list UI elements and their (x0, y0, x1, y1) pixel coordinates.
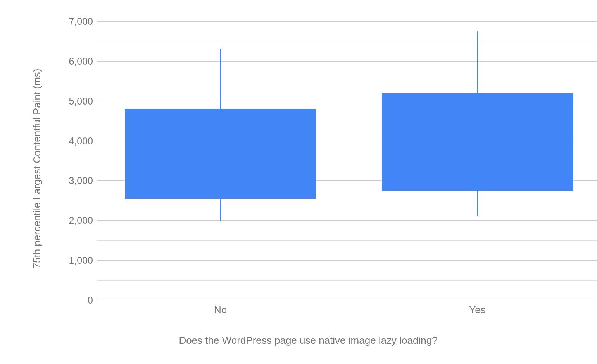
minor-gridline (97, 280, 597, 281)
major-gridline (97, 61, 597, 62)
box-plot-box (125, 109, 316, 198)
x-axis-label: Does the WordPress page use native image… (179, 335, 437, 347)
minor-gridline (97, 41, 597, 41)
y-tick-label: 7,000 (54, 16, 93, 27)
minor-gridline (97, 201, 597, 201)
minor-gridline (97, 81, 597, 81)
y-tick-label: 4,000 (54, 135, 93, 146)
box-plot-box (382, 93, 573, 191)
y-axis-label: 75th percentile Largest Contentful Paint… (31, 69, 43, 269)
x-tick-label: No (214, 304, 227, 316)
chart-container: 75th percentile Largest Contentful Paint… (27, 8, 589, 356)
x-tick-label: Yes (469, 304, 485, 316)
y-tick-label: 3,000 (54, 175, 93, 186)
y-tick-label: 2,000 (54, 215, 93, 226)
minor-gridline (97, 240, 597, 241)
major-gridline (97, 21, 597, 22)
plot-area: 01,0002,0003,0004,0005,0006,0007,000NoYe… (97, 21, 597, 300)
y-tick-label: 1,000 (54, 255, 93, 266)
y-tick-label: 0 (54, 295, 93, 306)
x-axis-baseline (97, 300, 597, 300)
y-tick-label: 6,000 (54, 55, 93, 67)
y-tick-label: 5,000 (54, 95, 93, 106)
major-gridline (97, 220, 597, 221)
major-gridline (97, 260, 597, 261)
